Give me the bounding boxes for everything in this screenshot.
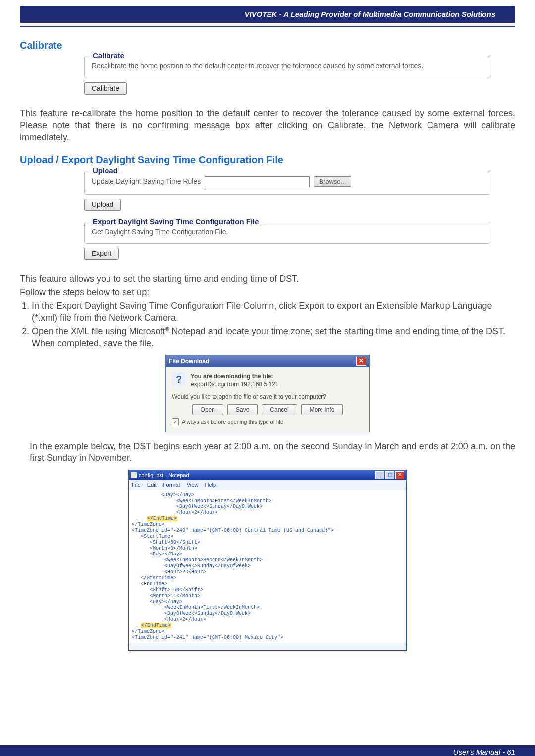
dst-step-2a: Open the XML file using Microsoft: [32, 326, 165, 336]
header-rule: [20, 26, 515, 27]
always-ask-row: ✓ Always ask before opening this type of…: [172, 418, 363, 426]
page-root: VIVOTEK - A Leading Provider of Multimed…: [0, 6, 535, 756]
dialog-line-3: Would you like to open the file or save …: [172, 393, 363, 401]
export-legend: Export Daylight Saving Time Configuratio…: [90, 217, 262, 227]
minimize-icon[interactable]: _: [375, 471, 384, 479]
file-download-dialog: File Download ✕ ? You are downloading th…: [165, 355, 370, 432]
close-icon[interactable]: ✕: [356, 357, 366, 366]
example-note: In the example below, the DST begins eac…: [20, 440, 515, 464]
notepad-title: config_dst - Notepad: [139, 472, 189, 479]
dst-step-1: In the Export Daylight Saving Time Confi…: [32, 300, 515, 324]
highlight-2: </EndTime>: [141, 623, 171, 628]
dialog-titlebar: File Download ✕: [166, 355, 369, 367]
code-post: </TimeZone> <TimeZone id="-241" name="(G…: [132, 629, 283, 640]
menu-edit[interactable]: Edit: [147, 482, 157, 488]
calibrate-paragraph: This feature re-calibrate the home posit…: [20, 107, 515, 144]
calibrate-legend: Calibrate: [90, 51, 127, 61]
notepad-scrollbar[interactable]: [129, 643, 406, 650]
header-bar: VIVOTEK - A Leading Provider of Multimed…: [20, 6, 515, 23]
cancel-button[interactable]: Cancel: [262, 404, 297, 415]
highlight-1: </EndTime>: [147, 516, 177, 521]
upload-row: Update Daylight Saving Time Rules Browse…: [92, 176, 483, 187]
window-buttons: _ ▢ ✕: [375, 471, 404, 479]
dialog-buttons: Open Save Cancel More Info: [172, 404, 363, 415]
notepad-menubar: File Edit Format View Help: [129, 480, 406, 490]
dialog-title: File Download: [169, 357, 209, 365]
dialog-line-1: You are downloading the file:: [191, 372, 278, 380]
maximize-icon[interactable]: ▢: [385, 471, 394, 479]
save-button[interactable]: Save: [227, 404, 258, 415]
upload-path-input[interactable]: [205, 176, 310, 187]
open-button[interactable]: Open: [192, 404, 223, 415]
dialog-content: ? You are downloading the file: exportDs…: [166, 367, 369, 432]
dst-step-2: Open the XML file using Microsoft® Notep…: [32, 325, 515, 350]
upload-label: Update Daylight Saving Time Rules: [92, 177, 201, 186]
browse-button[interactable]: Browse...: [314, 176, 351, 187]
updst-heading: Upload / Export Daylight Saving Time Con…: [20, 153, 515, 167]
export-button[interactable]: Export: [84, 248, 119, 260]
menu-help[interactable]: Help: [205, 482, 216, 488]
footer-text: User's Manual - 61: [453, 747, 515, 756]
notepad-text-area[interactable]: <Day></Day> <WeekInMonth>First</WeekInMo…: [129, 490, 406, 643]
dialog-line-2: exportDst.cgi from 192.168.5.121: [191, 380, 278, 388]
question-icon: ?: [172, 372, 186, 386]
upload-button[interactable]: Upload: [84, 199, 121, 211]
calibrate-text: Recalibrate the home position to the def…: [92, 61, 483, 71]
always-ask-checkbox[interactable]: ✓: [172, 418, 179, 425]
notepad-icon: [131, 472, 137, 478]
close-icon[interactable]: ✕: [395, 471, 404, 479]
menu-file[interactable]: File: [132, 482, 141, 488]
upload-fieldset: Upload Update Daylight Saving Time Rules…: [84, 171, 490, 195]
registered-mark: ®: [165, 326, 169, 332]
calibrate-fieldset: Calibrate Recalibrate the home position …: [84, 56, 490, 78]
always-ask-label: Always ask before opening this type of f…: [182, 418, 283, 426]
export-fieldset: Export Daylight Saving Time Configuratio…: [84, 222, 490, 244]
calibrate-button[interactable]: Calibrate: [84, 82, 127, 95]
code-mid: </TimeZone> <TimeZone id="-240" name="(G…: [132, 522, 334, 628]
menu-view[interactable]: View: [187, 482, 199, 488]
dst-intro-2: Follow the steps below to set up:: [20, 286, 515, 298]
header-title: VIVOTEK - A Leading Provider of Multimed…: [245, 9, 495, 19]
more-info-button[interactable]: More Info: [301, 404, 343, 415]
calibrate-heading: Calibrate: [20, 39, 515, 52]
dst-steps: In the Export Daylight Saving Time Confi…: [20, 300, 515, 349]
export-text: Get Daylight Saving Time Configuration F…: [92, 227, 483, 237]
upload-legend: Upload: [90, 166, 121, 176]
dst-intro-1: This feature allows you to set the start…: [20, 273, 515, 285]
notepad-window: config_dst - Notepad _ ▢ ✕ File Edit For…: [128, 470, 407, 651]
menu-format[interactable]: Format: [163, 482, 180, 488]
notepad-titlebar: config_dst - Notepad _ ▢ ✕: [129, 470, 406, 480]
